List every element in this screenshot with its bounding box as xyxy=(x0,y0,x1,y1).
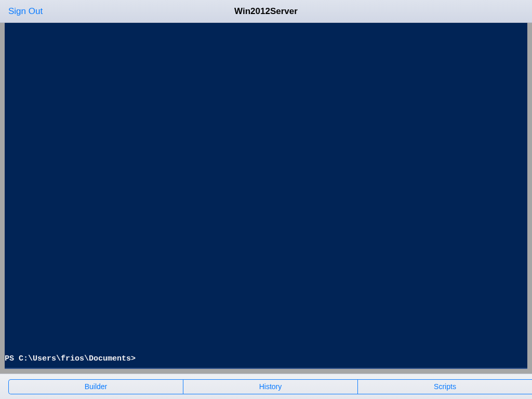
page-title: Win2012Server xyxy=(0,6,532,17)
segmented-control: Builder History Scripts xyxy=(8,379,532,394)
app-root: Sign Out Win2012Server PS C:\Users\frios… xyxy=(0,0,532,399)
navbar: Sign Out Win2012Server xyxy=(0,0,532,23)
terminal-prompt: PS C:\Users\frios\Documents> xyxy=(5,354,527,367)
tab-scripts[interactable]: Scripts xyxy=(357,380,532,394)
tab-history[interactable]: History xyxy=(183,380,357,394)
tab-builder[interactable]: Builder xyxy=(9,380,183,394)
terminal-container: PS C:\Users\frios\Documents> xyxy=(0,23,532,374)
terminal[interactable]: PS C:\Users\frios\Documents> xyxy=(5,23,527,369)
sign-out-button[interactable]: Sign Out xyxy=(8,6,43,17)
bottom-toolbar: Builder History Scripts xyxy=(0,374,532,399)
